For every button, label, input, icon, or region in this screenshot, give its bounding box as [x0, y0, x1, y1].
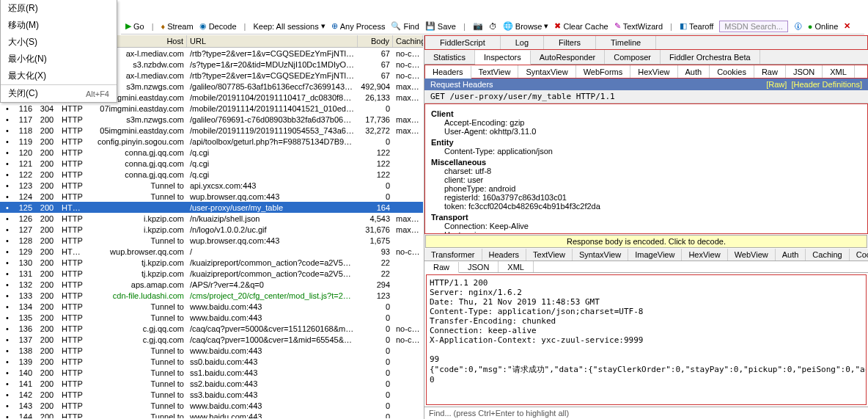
session-row[interactable]: •136200HTTPc.gj.qq.com/caq/caq?pver=5000…: [0, 323, 423, 334]
tab-raw[interactable]: Raw: [754, 65, 786, 78]
session-row[interactable]: •128200HTTPTunnel towup.browser.qq.com:4…: [0, 235, 423, 246]
save-button[interactable]: 💾 Save: [425, 21, 456, 31]
keep-dropdown[interactable]: Keep: All sessions ▾: [253, 21, 325, 31]
tab-textview[interactable]: TextView: [526, 249, 573, 260]
session-row[interactable]: •124200HTTPTunnel towup.browser.qq.com:4…: [0, 191, 423, 202]
menu-item[interactable]: 关闭(C)Alt+F4: [1, 84, 117, 102]
tab-inspectors[interactable]: Inspectors: [475, 51, 531, 65]
header-definitions-link[interactable]: [Header Definitions]: [791, 80, 862, 89]
response-raw[interactable]: HTTP/1.1 200 Server: nginx/1.6.2 Date: T…: [426, 274, 867, 405]
tab-headers[interactable]: Headers: [482, 249, 527, 260]
tab-hexview[interactable]: HexView: [630, 65, 677, 78]
menu-item[interactable]: 大小(S): [1, 34, 117, 51]
timer-icon[interactable]: ⏱: [489, 22, 497, 31]
session-row[interactable]: •122200HTTPconna.gj.qq.com/q.cgi122: [0, 169, 423, 180]
tab-headers[interactable]: Headers: [425, 66, 471, 79]
tab-filters[interactable]: Filters: [544, 36, 596, 49]
tab-caching[interactable]: Caching: [806, 249, 849, 260]
tab-syntaxview[interactable]: SyntaxView: [573, 249, 628, 260]
session-row[interactable]: •142200HTTPTunnel toss3.baidu.com:4430: [0, 389, 423, 400]
session-row[interactable]: •118200HTTP05imgmini.eastday.com/mobile/…: [0, 125, 423, 136]
tab-webview[interactable]: WebView: [728, 249, 776, 260]
session-row[interactable]: •119200HTTPconfig.pinyin.sogou.com/api/t…: [0, 136, 423, 147]
tab-transformer[interactable]: Transformer: [424, 249, 482, 260]
tearoff-button[interactable]: ◧ Tearoff: [680, 21, 713, 31]
raw-link[interactable]: [Raw]: [766, 80, 787, 89]
tab-xml[interactable]: XML: [823, 65, 855, 78]
any-process-button[interactable]: ⊕ Any Process: [331, 21, 386, 31]
tab-cookies[interactable]: Cookies: [710, 65, 754, 78]
col-body[interactable]: Body: [358, 35, 393, 47]
session-row[interactable]: •123200HTTPTunnel toapi.yxcsx.com:4430: [0, 180, 423, 191]
session-row[interactable]: •127200HTTPi.kpzip.com/n/logo/v1.0.0.2/u…: [0, 224, 423, 235]
tab-fiddler-orchestra-beta[interactable]: Fiddler Orchestra Beta: [661, 50, 760, 64]
session-row[interactable]: •129200HTTPSwup.browser.qq.com/93no-cach…: [0, 246, 423, 257]
col-cache[interactable]: Caching: [393, 35, 423, 47]
session-row[interactable]: •144200HTTPTunnel towww.baidu.com:4430: [0, 411, 423, 418]
decode-button[interactable]: ◉ Decode: [199, 21, 237, 31]
session-row[interactable]: •140200HTTPTunnel toss1.baidu.com:4430: [0, 367, 423, 378]
stream-button[interactable]: ♦ Stream: [161, 22, 194, 31]
tab-timeline[interactable]: Timeline: [596, 36, 656, 49]
session-row[interactable]: •125200HTTPS/user-proxy/user/my_table164: [0, 202, 423, 213]
tab-auth[interactable]: Auth: [776, 249, 806, 260]
session-row[interactable]: •121200HTTPconna.gj.qq.com/q.cgi122: [0, 158, 423, 169]
session-row[interactable]: •126200HTTPi.kpzip.com/n/kuaizip/shell.j…: [0, 213, 423, 224]
main-toolbar: ▶ Go | ♦ Stream ◉ Decode | Keep: All ses…: [121, 18, 864, 34]
textwizard-button[interactable]: ✎ TextWizard: [614, 21, 663, 31]
session-row[interactable]: •132200HTTPaps.amap.com/APS/r?ver=4.2&q=…: [0, 279, 423, 290]
tab-webforms[interactable]: WebForms: [576, 65, 631, 78]
screenshot-icon[interactable]: 📷: [473, 21, 483, 31]
session-row[interactable]: •134200HTTPTunnel towww.baidu.com:4430: [0, 301, 423, 312]
tab-raw[interactable]: Raw: [424, 262, 459, 273]
session-row[interactable]: •116304HTTP07imgmini.eastday.com/mobile/…: [0, 103, 423, 114]
window-context-menu[interactable]: 还原(R)移动(M)大小(S)最小化(N)最大化(X)关闭(C)Alt+F4: [0, 0, 117, 103]
session-row[interactable]: •131200HTTPtj.kpzip.com/kuaizipreport/co…: [0, 268, 423, 279]
col-url[interactable]: URL: [187, 35, 358, 47]
session-row[interactable]: •143200HTTPTunnel towww.baidu.com:4430: [0, 400, 423, 411]
session-row[interactable]: •117200HTTPs3m.nzwgs.com/galileo/769691-…: [0, 114, 423, 125]
go-button[interactable]: ▶ Go: [125, 21, 144, 31]
session-row[interactable]: •139200HTTPTunnel toss0.baidu.com:4430: [0, 356, 423, 367]
session-row[interactable]: •137200HTTPc.gj.qq.com/caq/caq?pver=1000…: [0, 334, 423, 345]
menu-item[interactable]: 移动(M): [1, 17, 117, 34]
find-bar[interactable]: Find... (press Ctrl+Enter to highlight a…: [424, 407, 868, 419]
tab-hexview[interactable]: HexView: [682, 249, 727, 260]
tab-json[interactable]: JSON: [786, 65, 823, 78]
request-line: GET /user-proxy/user/my_table HTTP/1.1: [424, 90, 868, 103]
tab-textview[interactable]: TextView: [471, 65, 519, 78]
help-icon[interactable]: 🛈: [794, 22, 802, 31]
online-indicator[interactable]: ● Online: [808, 22, 838, 31]
close-x-icon[interactable]: ✕: [844, 21, 850, 31]
tab-statistics[interactable]: Statistics: [424, 50, 475, 64]
session-row[interactable]: •130200HTTPtj.kpzip.com/kuaizipreport/co…: [0, 257, 423, 268]
request-headers-tree: ClientAccept-Encoding: gzipUser-Agent: o…: [424, 103, 868, 234]
decode-banner[interactable]: Response body is encoded. Click to decod…: [425, 235, 867, 248]
tab-autoresponder[interactable]: AutoResponder: [531, 50, 605, 64]
tab-xml[interactable]: XML: [499, 261, 534, 272]
tab-imageview[interactable]: ImageView: [628, 249, 682, 260]
session-row[interactable]: •135200HTTPTunnel towww.baidu.com:4430: [0, 312, 423, 323]
tab-cookies[interactable]: Cookies: [850, 249, 868, 260]
find-button[interactable]: 🔍 Find: [391, 21, 419, 31]
session-row[interactable]: •133200HTTPcdn-file.ludashi.com/cms/proj…: [0, 290, 423, 301]
tab-composer[interactable]: Composer: [605, 50, 661, 64]
tab-json[interactable]: JSON: [459, 261, 499, 272]
menu-item[interactable]: 还原(R): [1, 0, 117, 17]
tab-syntaxview[interactable]: SyntaxView: [518, 65, 575, 78]
clear-cache-button[interactable]: ✖ Clear Cache: [554, 21, 608, 31]
msdn-search-input[interactable]: MSDN Search...: [719, 21, 787, 32]
menu-item[interactable]: 最大化(X): [1, 68, 117, 84]
session-row[interactable]: •138200HTTPTunnel towww.baidu.com:4430: [0, 345, 423, 356]
session-row[interactable]: •141200HTTPTunnel toss2.baidu.com:4430: [0, 378, 423, 389]
inspector-panel: FiddlerScriptLogFiltersTimeline Statisti…: [424, 35, 868, 419]
request-headers-bar: Request Headers [Raw] [Header Definition…: [424, 79, 868, 90]
session-row[interactable]: •120200HTTPconna.gj.qq.com/q.cgi122: [0, 147, 423, 158]
tab-fiddlerscript[interactable]: FiddlerScript: [425, 36, 501, 49]
menu-item[interactable]: 最小化(N): [1, 51, 117, 68]
tab-auth[interactable]: Auth: [678, 65, 710, 78]
browse-button[interactable]: 🌐 Browse ▾: [503, 21, 549, 31]
tab-log[interactable]: Log: [501, 36, 544, 49]
